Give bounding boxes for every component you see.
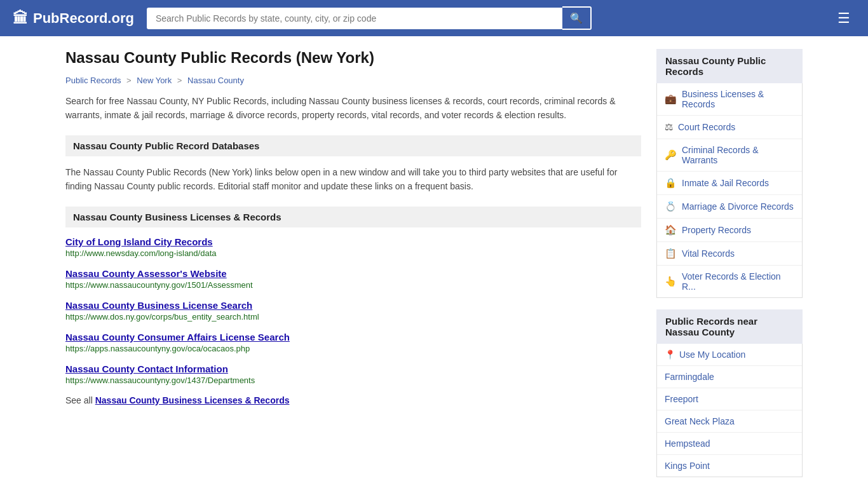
nearby-label-hempstead: Hempstead [665, 438, 710, 449]
see-all-prefix: See all [65, 395, 95, 405]
record-item: Nassau County Contact Information https:… [65, 363, 641, 385]
sidebar-nearby-freeport[interactable]: Freeport [657, 388, 802, 410]
see-all-line: See all Nassau County Business Licenses … [65, 395, 641, 405]
sidebar-label-marriage: Marriage & Divorce Records [682, 201, 794, 212]
breadcrumb-separator-2: > [177, 76, 184, 85]
business-icon: 💼 [665, 93, 677, 105]
record-item: City of Long Island City Records http://… [65, 236, 641, 258]
sidebar-item-inmate[interactable]: 🔒 Inmate & Jail Records [657, 172, 802, 195]
record-title-4[interactable]: Nassau County Consumer Affairs License S… [65, 332, 290, 342]
breadcrumb-link-new-york[interactable]: New York [137, 76, 172, 85]
databases-body-text: The Nassau County Public Records (New Yo… [65, 165, 641, 194]
breadcrumb-separator-1: > [126, 76, 133, 85]
breadcrumb-link-nassau-county[interactable]: Nassau County [187, 76, 244, 85]
sidebar-nearby-list: 📍 Use My Location Farmingdale Freeport G… [656, 344, 803, 477]
sidebar-nearby-great-neck-plaza[interactable]: Great Neck Plaza [657, 410, 802, 433]
location-icon: 📍 [665, 349, 675, 360]
vital-icon: 📋 [665, 248, 677, 259]
sidebar-item-court[interactable]: ⚖ Court Records [657, 116, 802, 139]
nearby-label-farmingdale: Farmingdale [665, 372, 714, 382]
record-url-4[interactable]: https://apps.nassaucountyny.gov/oca/ocac… [65, 344, 641, 353]
search-bar: 🔍 [147, 6, 592, 30]
record-title-2[interactable]: Nassau County Assessor's Website [65, 268, 227, 279]
inmate-icon: 🔒 [665, 177, 677, 189]
sidebar-label-criminal: Criminal Records & Warrants [682, 145, 794, 165]
main-content: Nassau County Public Records (New York) … [65, 49, 641, 477]
nearby-label-freeport: Freeport [665, 394, 698, 404]
breadcrumb: Public Records > New York > Nassau Count… [65, 76, 641, 85]
sidebar-item-criminal[interactable]: 🔑 Criminal Records & Warrants [657, 139, 802, 172]
sidebar-label-business: Business Licenses & Records [682, 89, 794, 109]
sidebar-nearby-kings-point[interactable]: Kings Point [657, 455, 802, 477]
court-icon: ⚖ [665, 121, 673, 133]
record-url-1[interactable]: http://www.newsday.com/long-island/data [65, 248, 641, 258]
record-item: Nassau County Consumer Affairs License S… [65, 332, 641, 353]
sidebar-label-court: Court Records [678, 122, 735, 132]
sidebar-item-vital[interactable]: 📋 Vital Records [657, 242, 802, 266]
sidebar-categories-list: 💼 Business Licenses & Records ⚖ Court Re… [656, 83, 803, 298]
sidebar: Nassau County Public Records 💼 Business … [656, 49, 803, 477]
record-item: Nassau County Assessor's Website https:/… [65, 268, 641, 290]
sidebar-use-location[interactable]: 📍 Use My Location [657, 344, 802, 366]
sidebar-nearby-hempstead[interactable]: Hempstead [657, 433, 802, 455]
search-icon: 🔍 [570, 13, 583, 24]
page-wrapper: Nassau County Public Records (New York) … [53, 36, 815, 488]
page-description: Search for free Nassau County, NY Public… [65, 94, 641, 123]
hamburger-button[interactable]: ☰ [832, 8, 855, 29]
records-list: City of Long Island City Records http://… [65, 236, 641, 385]
sidebar-label-vital: Vital Records [682, 248, 735, 259]
property-icon: 🏠 [665, 224, 677, 236]
record-url-2[interactable]: https://www.nassaucountyny.gov/1501/Asse… [65, 280, 641, 290]
record-title-3[interactable]: Nassau County Business License Search [65, 300, 252, 311]
business-section-header: Nassau County Business Licenses & Record… [65, 207, 641, 227]
hamburger-icon: ☰ [837, 10, 850, 26]
sidebar-label-inmate: Inmate & Jail Records [682, 178, 769, 188]
sidebar-label-property: Property Records [682, 225, 751, 235]
sidebar-item-business[interactable]: 💼 Business Licenses & Records [657, 83, 802, 116]
record-url-3[interactable]: https://www.dos.ny.gov/corps/bus_entity_… [65, 312, 641, 322]
databases-section-header: Nassau County Public Record Databases [65, 135, 641, 156]
sidebar-item-property[interactable]: 🏠 Property Records [657, 219, 802, 242]
sidebar-nearby-title: Public Records near Nassau County [656, 309, 803, 344]
record-url-5[interactable]: https://www.nassaucountyny.gov/1437/Depa… [65, 376, 641, 385]
page-title: Nassau County Public Records (New York) [65, 49, 641, 67]
sidebar-item-voter[interactable]: 👆 Voter Records & Election R... [657, 266, 802, 297]
site-header: 🏛 PubRecord.org 🔍 ☰ [0, 0, 868, 36]
logo-text: PubRecord.org [33, 10, 134, 27]
use-location-label: Use My Location [679, 349, 745, 360]
search-input[interactable] [147, 8, 562, 29]
voter-icon: 👆 [665, 276, 677, 287]
criminal-icon: 🔑 [665, 149, 677, 161]
site-logo[interactable]: 🏛 PubRecord.org [13, 10, 134, 27]
logo-icon: 🏛 [13, 10, 28, 27]
breadcrumb-link-public-records[interactable]: Public Records [65, 76, 121, 85]
see-all-link[interactable]: Nassau County Business Licenses & Record… [95, 395, 290, 405]
nearby-label-great-neck-plaza: Great Neck Plaza [665, 416, 735, 426]
record-item: Nassau County Business License Search ht… [65, 300, 641, 322]
sidebar-nearby-farmingdale[interactable]: Farmingdale [657, 366, 802, 388]
search-button[interactable]: 🔍 [562, 6, 592, 30]
record-title-5[interactable]: Nassau County Contact Information [65, 363, 228, 374]
sidebar-item-marriage[interactable]: 💍 Marriage & Divorce Records [657, 195, 802, 219]
record-title-1[interactable]: City of Long Island City Records [65, 236, 213, 247]
sidebar-label-voter: Voter Records & Election R... [682, 271, 794, 292]
nearby-label-kings-point: Kings Point [665, 461, 710, 471]
sidebar-main-title: Nassau County Public Records [656, 49, 803, 83]
marriage-icon: 💍 [665, 201, 677, 212]
